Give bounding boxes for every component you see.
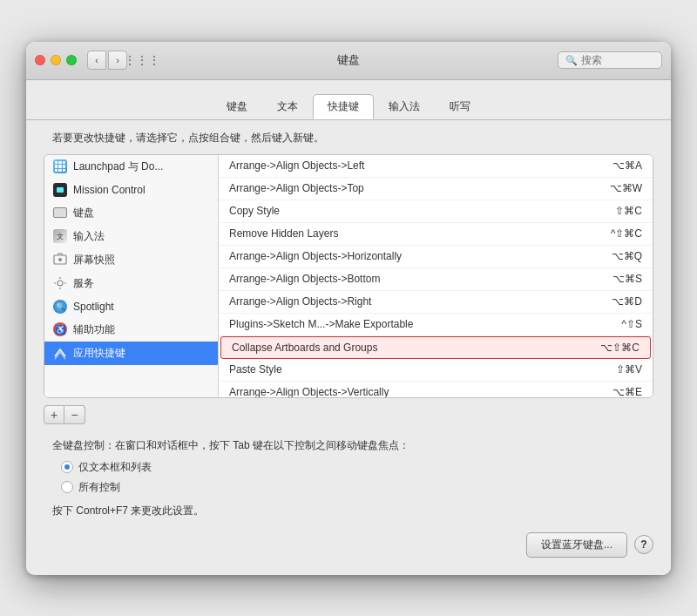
sidebar-item-appshortcuts[interactable]: 应用快捷键 bbox=[44, 342, 218, 365]
services-icon bbox=[53, 276, 67, 290]
shortcut-key-3: ^⇧⌘C bbox=[611, 227, 642, 240]
grid-button[interactable]: ⋮⋮⋮ bbox=[132, 51, 152, 70]
sidebar-label-services: 服务 bbox=[73, 276, 94, 291]
shortcut-name-4: Arrange->Align Objects->Horizontally bbox=[229, 250, 612, 262]
svg-point-1 bbox=[58, 258, 62, 261]
search-input[interactable] bbox=[581, 54, 660, 66]
sidebar-item-spotlight[interactable]: 🔍 Spotlight bbox=[44, 295, 218, 318]
traffic-lights bbox=[35, 55, 77, 65]
mission-icon bbox=[53, 183, 67, 197]
shortcut-name-6: Arrange->Align Objects->Right bbox=[229, 295, 612, 308]
main-panel: Launchpad 与 Do... Mission Control 键盘 bbox=[44, 154, 653, 398]
content: 若要更改快捷键，请选择它，点按组合键，然后键入新键。 Launchpad 与 D… bbox=[26, 120, 671, 575]
radio-all-controls-label: 所有控制 bbox=[78, 480, 120, 495]
maximize-button[interactable] bbox=[66, 55, 77, 65]
shortcut-row-7[interactable]: Plugins->Sketch M...->Make Exportable ^⇧… bbox=[219, 314, 653, 336]
appshortcuts-icon bbox=[53, 346, 67, 360]
shortcut-key-4: ⌥⌘Q bbox=[612, 250, 642, 262]
shortcut-key-2: ⇧⌘C bbox=[615, 205, 642, 217]
help-button[interactable]: ? bbox=[634, 535, 653, 554]
radio-text-only-label: 仅文本框和列表 bbox=[78, 460, 152, 475]
search-box[interactable]: 🔍 bbox=[558, 51, 662, 69]
sidebar-item-keyboard[interactable]: 键盘 bbox=[44, 201, 218, 225]
radio-text-only-indicator bbox=[61, 461, 73, 473]
main-window: ‹ › ⋮⋮⋮ 键盘 🔍 键盘 文本 快捷键 输入法 听写 若要更改快捷键，请选… bbox=[26, 42, 671, 575]
launchpad-icon bbox=[53, 159, 67, 173]
tab-input[interactable]: 输入法 bbox=[374, 94, 435, 119]
sidebar-label-spotlight: Spotlight bbox=[73, 301, 114, 313]
shortcut-name-8: Collapse Artboards and Groups bbox=[232, 342, 600, 354]
nav-buttons: ‹ › bbox=[87, 51, 127, 70]
fkc-title: 全键盘控制：在窗口和对话框中，按下 Tab 键在以下控制之间移动键盘焦点： bbox=[52, 438, 645, 453]
fkc-section: 全键盘控制：在窗口和对话框中，按下 Tab 键在以下控制之间移动键盘焦点： 仅文… bbox=[44, 438, 653, 495]
radio-all-controls-indicator bbox=[61, 481, 73, 493]
screenshot-icon bbox=[53, 253, 67, 267]
shortcut-row-8[interactable]: Collapse Artboards and Groups ⌥⇧⌘C bbox=[220, 336, 651, 359]
inputmethod-icon: 文 bbox=[53, 229, 67, 243]
svg-point-2 bbox=[58, 281, 63, 286]
add-button[interactable]: + bbox=[44, 405, 64, 424]
shortcut-key-10: ⌥⌘E bbox=[612, 386, 642, 397]
window-title: 键盘 bbox=[337, 52, 360, 68]
tab-dictation[interactable]: 听写 bbox=[435, 94, 485, 119]
sidebar-item-screenshot[interactable]: 屏幕快照 bbox=[44, 248, 218, 272]
minimize-button[interactable] bbox=[51, 55, 61, 65]
shortcut-row-10[interactable]: Arrange->Align Objects->Vertically ⌥⌘E bbox=[219, 382, 653, 397]
sidebar-item-inputmethod[interactable]: 文 输入法 bbox=[44, 225, 218, 248]
sidebar-label-appshortcuts: 应用快捷键 bbox=[73, 346, 125, 361]
shortcut-key-6: ⌥⌘D bbox=[612, 295, 642, 308]
titlebar: ‹ › ⋮⋮⋮ 键盘 🔍 bbox=[26, 42, 671, 80]
instruction-text: 若要更改快捷键，请选择它，点按组合键，然后键入新键。 bbox=[44, 120, 653, 154]
shortcut-row-3[interactable]: Remove Hidden Layers ^⇧⌘C bbox=[219, 223, 653, 246]
sidebar-label-inputmethod: 输入法 bbox=[73, 229, 105, 244]
sidebar-label-accessibility: 辅助功能 bbox=[73, 322, 115, 337]
shortcut-row-5[interactable]: Arrange->Align Objects->Bottom ⌥⌘S bbox=[219, 268, 653, 291]
remove-button[interactable]: − bbox=[64, 405, 85, 424]
fkc-note: 按下 Control+F7 来更改此设置。 bbox=[44, 504, 653, 518]
shortcut-name-0: Arrange->Align Objects->Left bbox=[229, 159, 612, 172]
tab-keyboard[interactable]: 键盘 bbox=[212, 94, 262, 119]
shortcut-name-1: Arrange->Align Objects->Top bbox=[229, 182, 610, 194]
sidebar-label-mission: Mission Control bbox=[73, 184, 145, 196]
keyboard-icon bbox=[53, 206, 67, 220]
accessibility-icon: ♿ bbox=[53, 322, 67, 336]
shortcut-row-2[interactable]: Copy Style ⇧⌘C bbox=[219, 200, 653, 223]
tab-shortcuts[interactable]: 快捷键 bbox=[313, 94, 374, 119]
spotlight-icon: 🔍 bbox=[53, 300, 67, 314]
add-remove-toolbar: + − bbox=[44, 405, 653, 424]
shortcut-row-1[interactable]: Arrange->Align Objects->Top ⌥⌘W bbox=[219, 178, 653, 200]
back-button[interactable]: ‹ bbox=[87, 51, 106, 70]
sidebar-item-mission[interactable]: Mission Control bbox=[44, 179, 218, 201]
setup-bluetooth-button[interactable]: 设置蓝牙键盘... bbox=[526, 532, 627, 558]
shortcut-list: Arrange->Align Objects->Left ⌥⌘A Arrange… bbox=[219, 155, 653, 397]
shortcut-row-0[interactable]: Arrange->Align Objects->Left ⌥⌘A bbox=[219, 155, 653, 178]
shortcut-key-5: ⌥⌘S bbox=[612, 273, 642, 285]
shortcut-key-7: ^⇧S bbox=[621, 318, 642, 330]
shortcut-name-10: Arrange->Align Objects->Vertically bbox=[229, 386, 612, 397]
shortcut-name-9: Paste Style bbox=[229, 363, 616, 376]
shortcut-key-0: ⌥⌘A bbox=[612, 159, 642, 172]
shortcut-name-2: Copy Style bbox=[229, 205, 615, 217]
shortcut-key-8: ⌥⇧⌘C bbox=[600, 342, 639, 354]
shortcut-row-9[interactable]: Paste Style ⇧⌘V bbox=[219, 359, 653, 382]
tab-text[interactable]: 文本 bbox=[262, 94, 313, 119]
sidebar: Launchpad 与 Do... Mission Control 键盘 bbox=[44, 155, 219, 397]
shortcut-row-4[interactable]: Arrange->Align Objects->Horizontally ⌥⌘Q bbox=[219, 246, 653, 268]
sidebar-label-launchpad: Launchpad 与 Do... bbox=[73, 159, 163, 174]
sidebar-label-screenshot: 屏幕快照 bbox=[73, 253, 115, 267]
radio-group: 仅文本框和列表 所有控制 bbox=[61, 460, 645, 495]
shortcut-key-1: ⌥⌘W bbox=[610, 182, 642, 194]
tabs-container: 键盘 文本 快捷键 输入法 听写 bbox=[26, 80, 671, 120]
shortcut-key-9: ⇧⌘V bbox=[616, 363, 642, 376]
shortcut-row-6[interactable]: Arrange->Align Objects->Right ⌥⌘D bbox=[219, 291, 653, 314]
radio-item-all-controls[interactable]: 所有控制 bbox=[61, 480, 645, 495]
search-icon: 🔍 bbox=[565, 55, 578, 66]
shortcut-name-5: Arrange->Align Objects->Bottom bbox=[229, 273, 612, 285]
radio-item-text-only[interactable]: 仅文本框和列表 bbox=[61, 460, 645, 475]
sidebar-item-launchpad[interactable]: Launchpad 与 Do... bbox=[44, 155, 218, 179]
shortcut-name-3: Remove Hidden Layers bbox=[229, 227, 611, 240]
sidebar-item-accessibility[interactable]: ♿ 辅助功能 bbox=[44, 318, 218, 342]
shortcut-name-7: Plugins->Sketch M...->Make Exportable bbox=[229, 318, 621, 330]
close-button[interactable] bbox=[35, 55, 45, 65]
sidebar-item-services[interactable]: 服务 bbox=[44, 272, 218, 295]
